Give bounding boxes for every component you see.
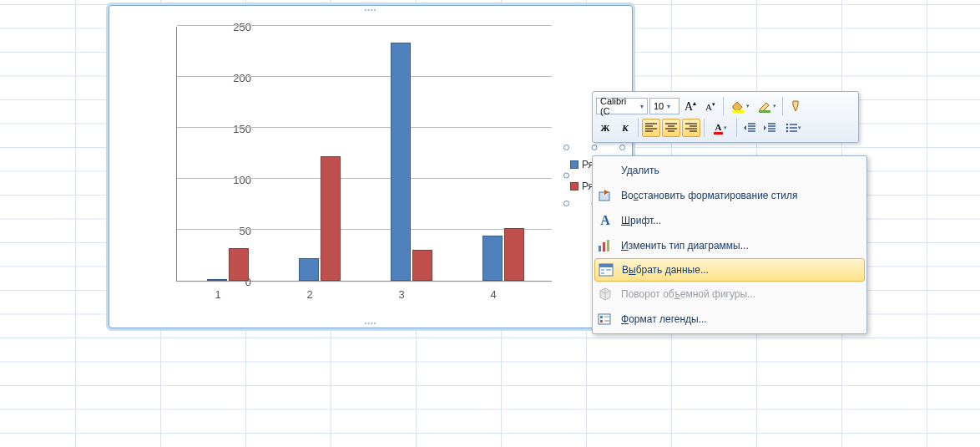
bar-series1[interactable] [482,236,503,281]
shrink-font-button[interactable]: A▾ [701,97,720,115]
menu-delete[interactable]: Удалить [594,158,865,183]
svg-rect-15 [600,316,603,318]
svg-rect-12 [606,269,611,271]
selection-handle[interactable] [563,173,569,179]
x-tick: 4 [481,288,506,301]
fill-color-dropdown[interactable]: ▾ [727,97,752,115]
reset-style-icon [596,186,614,205]
align-right-button[interactable] [682,119,700,137]
gridline [177,229,552,230]
bar-series2[interactable] [504,228,524,281]
svg-rect-6 [599,246,601,251]
format-painter-button[interactable] [786,97,805,115]
font-name-dropdown[interactable]: Calibri (С▾ [596,98,648,114]
legend-swatch-series2 [570,182,578,190]
bullets-dropdown[interactable]: ▾ [780,119,806,137]
menu-label: Формат легенды... [621,313,707,325]
align-left-button[interactable] [642,119,660,137]
select-data-icon [597,261,615,279]
bar-series2[interactable] [229,248,249,281]
outline-color-dropdown[interactable]: ▾ [754,97,779,115]
svg-rect-10 [599,264,613,267]
menu-format-legend[interactable]: Формат легенды... [594,307,865,332]
bar-series1[interactable] [391,43,411,281]
selection-handle[interactable] [563,145,569,150]
bar-series1[interactable] [299,258,319,281]
gridline [177,25,552,26]
svg-rect-16 [600,320,603,323]
increase-indent-icon [764,123,775,133]
svg-rect-11 [601,269,604,271]
align-right-icon [685,123,697,133]
mini-toolbar[interactable]: Calibri (С▾ 10▾ A▴ A▾ ▾ ▾ Ж К [592,91,859,143]
italic-button[interactable]: К [616,119,634,137]
grow-font-icon: A▴ [684,99,696,114]
grow-font-button[interactable]: A▴ [681,97,700,115]
menu-select-data[interactable]: Выбрать данные... [594,258,865,282]
chart-type-icon [596,236,614,255]
align-center-icon [665,123,677,133]
gridline [177,76,552,77]
cube-icon [596,285,614,303]
font-size-value: 10 [654,101,664,111]
menu-change-chart-type[interactable]: Изменить тип диаграммы... [594,233,865,258]
menu-reset-style[interactable]: Восстановить форматирование стиля [594,183,865,208]
menu-label: Шрифт... [621,215,661,226]
bullets-icon [786,123,797,133]
selection-handle[interactable] [563,201,569,206]
font-icon: A [596,211,614,230]
chart-handle-top[interactable]: •••• [364,8,376,13]
legend-swatch-series1 [570,160,578,169]
align-left-icon [645,123,657,133]
bold-button[interactable]: Ж [596,119,614,137]
paintbrush-icon [789,99,802,113]
svg-point-3 [786,127,788,130]
gridline [177,127,552,128]
svg-rect-1 [759,110,770,113]
bar-series2[interactable] [412,250,432,281]
align-center-button[interactable] [662,119,680,137]
italic-icon: К [622,123,628,133]
svg-rect-0 [732,110,744,113]
context-menu[interactable]: Удалить Восстановить форматирование стил… [592,155,867,334]
decrease-indent-icon [744,123,755,133]
svg-point-2 [786,124,788,126]
format-legend-icon [596,310,614,328]
x-tick: 1 [205,288,230,301]
bold-icon: Ж [601,123,610,133]
selection-handle[interactable] [619,145,625,150]
menu-label: Выбрать данные... [622,264,709,276]
decrease-indent-button[interactable] [740,119,759,137]
bar-series1[interactable] [207,279,227,281]
font-size-dropdown[interactable]: 10▾ [649,98,679,114]
menu-label: Изменить тип диаграммы... [621,240,749,251]
plot-area[interactable] [176,27,552,282]
chart-object[interactable]: •••• •••• 0 50 100 150 200 250 1 2 3 4 [109,5,633,328]
chart-handle-bottom[interactable]: •••• [364,321,376,326]
font-color-dropdown[interactable]: A▾ [708,119,733,137]
menu-3d-rotation: Поворот объемной фигуры... [594,282,865,307]
pencil-icon [757,99,772,113]
blank-icon [596,161,614,180]
menu-label: Поворот объемной фигуры... [621,288,755,300]
shrink-font-icon: A▾ [705,101,715,112]
bar-series2[interactable] [321,156,341,281]
font-color-icon: A [714,122,724,135]
separator [782,97,783,115]
menu-font[interactable]: A Шрифт... [594,208,865,233]
x-tick: 2 [297,288,322,301]
font-name-value: Calibri (С [600,96,637,116]
svg-rect-7 [603,242,605,251]
separator [723,97,724,115]
svg-rect-8 [607,240,609,251]
selection-handle[interactable] [592,145,598,150]
paint-bucket-icon [730,99,745,113]
menu-label: Удалить [621,165,659,176]
svg-point-4 [786,130,788,133]
increase-indent-button[interactable] [760,119,779,137]
menu-label: Восстановить форматирование стиля [621,190,798,201]
svg-rect-13 [601,272,604,274]
separator [736,119,737,137]
svg-rect-14 [599,314,610,324]
separator [638,119,639,137]
